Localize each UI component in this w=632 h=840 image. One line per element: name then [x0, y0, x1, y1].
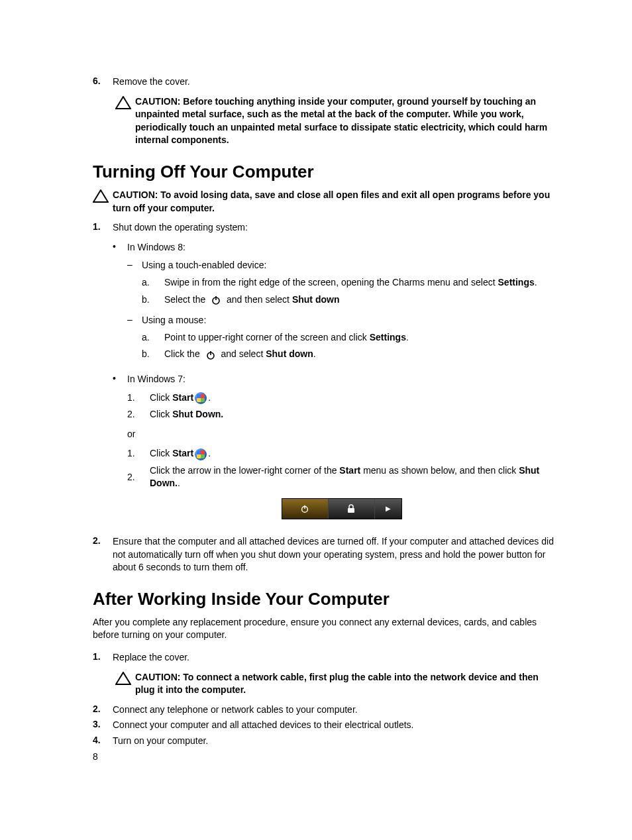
step-text: Point to upper-right corner of the scree… [164, 331, 556, 344]
turnoff-step-1: 1. Shut down the operating system: In Wi… [93, 221, 556, 533]
after-step-2: 2. Connect any telephone or network cabl… [93, 704, 556, 717]
svg-rect-6 [348, 508, 354, 513]
step-1: 1. Click Start. [127, 447, 556, 460]
step-text: Remove the cover. [113, 76, 556, 89]
step-letter: a. [142, 331, 164, 344]
step-number: 1. [93, 221, 113, 533]
step-b: b. Click the and select Shut down. [142, 348, 556, 361]
step-text: Click Start. [150, 392, 556, 405]
step-number: 2. [127, 408, 150, 421]
step-number: 6. [93, 76, 113, 89]
start-orb-icon [195, 392, 207, 404]
win7-steps-a: 1. Click Start. 2. Click Shut Down. [127, 392, 556, 421]
turnoff-step-2: 2. Ensure that the computer and all atta… [93, 535, 556, 574]
after-steps-cont: 2. Connect any telephone or network cabl… [93, 704, 556, 748]
step-text: Shut down the operating system: [113, 221, 556, 235]
win8-mouse: Using a mouse: a. Point to upper-right c… [127, 314, 556, 365]
caution-text: CAUTION: Before touching anything inside… [135, 95, 556, 147]
step-letter: b. [142, 293, 164, 307]
dash-icon [127, 259, 142, 310]
bullet-icon [113, 241, 127, 369]
after-steps: 1. Replace the cover. [93, 651, 556, 664]
step-text: Connect your computer and all attached d… [113, 719, 556, 732]
start-orb-icon [195, 448, 207, 460]
heading-turning-off: Turning Off Your Computer [93, 162, 556, 182]
step-number: 2. [127, 471, 150, 484]
bullet-icon [113, 373, 127, 529]
step-text: Click the and select Shut down. [164, 348, 556, 361]
step-text: Click Start. [150, 447, 556, 460]
win7-steps-b: 1. Click Start. 2. Click the arrow in th… [127, 447, 556, 490]
step-number: 1. [93, 651, 113, 664]
step-text: Select the and then select Shut down [164, 293, 556, 307]
caution-block: CAUTION: To avoid losing data, save and … [93, 189, 556, 215]
step-number: 1. [127, 447, 150, 460]
after-step-4: 4. Turn on your computer. [93, 735, 556, 748]
page-number: 8 [93, 751, 98, 762]
os-label: In Windows 8: [127, 241, 556, 254]
step-body: Shut down the operating system: In Windo… [113, 221, 556, 533]
step-letter: b. [142, 348, 164, 361]
caution-icon [115, 96, 131, 109]
step-b: b. Select the and then select Shut down [142, 293, 556, 307]
step-2: 2. Click Shut Down. [127, 408, 556, 421]
os-label: In Windows 7: [127, 373, 556, 386]
step-text: Ensure that the computer and all attache… [113, 535, 556, 574]
method-label: Using a touch-enabled device: [142, 259, 556, 272]
after-step-1: 1. Replace the cover. [93, 651, 556, 664]
method-label: Using a mouse: [142, 314, 556, 327]
heading-after-working: After Working Inside Your Computer [93, 589, 556, 609]
caution-icon [115, 672, 131, 685]
arrow-segment: ▶ [375, 499, 401, 519]
document-page: 6. Remove the cover. CAUTION: Before tou… [0, 0, 632, 840]
caution-block: CAUTION: To connect a network cable, fir… [115, 671, 556, 697]
dash-icon [127, 314, 142, 365]
step-text: Click the arrow in the lower-right corne… [150, 464, 556, 490]
after-step-3: 3. Connect your computer and all attache… [93, 719, 556, 732]
step-text: Swipe in from the right edge of the scre… [164, 276, 556, 289]
win8-touch-steps: a. Swipe in from the right edge of the s… [142, 276, 556, 306]
caution-icon [93, 189, 109, 203]
caution-block: CAUTION: Before touching anything inside… [115, 95, 556, 147]
os-windows7: In Windows 7: 1. Click Start. 2. Click S… [113, 373, 556, 529]
caution-text: CAUTION: To connect a network cable, fir… [135, 671, 556, 697]
step-letter: a. [142, 276, 164, 289]
power-icon [205, 350, 216, 360]
os-windows8: In Windows 8: Using a touch-enabled devi… [113, 241, 556, 369]
os-list: In Windows 8: Using a touch-enabled devi… [113, 241, 556, 529]
continued-steps-list: 6. Remove the cover. [93, 76, 556, 89]
caution-text: CAUTION: To avoid losing data, save and … [113, 189, 556, 215]
win8-touch: Using a touch-enabled device: a. Swipe i… [127, 259, 556, 310]
step-text: Replace the cover. [113, 651, 556, 664]
step-number: 4. [93, 735, 113, 748]
step-1: 1. Click Start. [127, 392, 556, 405]
or-text: or [127, 428, 556, 441]
step-text: Click Shut Down. [150, 408, 556, 421]
win8-methods: Using a touch-enabled device: a. Swipe i… [127, 259, 556, 365]
step-number: 2. [93, 704, 113, 717]
power-icon [211, 295, 221, 305]
shutdown-bar-image: ▶ [282, 498, 402, 519]
turnoff-steps: 1. Shut down the operating system: In Wi… [93, 221, 556, 574]
win8-mouse-steps: a. Point to upper-right corner of the sc… [142, 331, 556, 361]
step-2: 2. Click the arrow in the lower-right co… [127, 464, 556, 490]
after-intro-text: After you complete any replacement proce… [93, 616, 556, 642]
step-number: 3. [93, 719, 113, 732]
step-text: Connect any telephone or network cables … [113, 704, 556, 717]
step-text: Turn on your computer. [113, 735, 556, 748]
step-number: 2. [93, 535, 113, 574]
power-segment [282, 499, 329, 519]
step-a: a. Point to upper-right corner of the sc… [142, 331, 556, 344]
step-number: 1. [127, 392, 150, 405]
step-a: a. Swipe in from the right edge of the s… [142, 276, 556, 289]
step-6: 6. Remove the cover. [93, 76, 556, 89]
lock-segment [329, 499, 375, 519]
